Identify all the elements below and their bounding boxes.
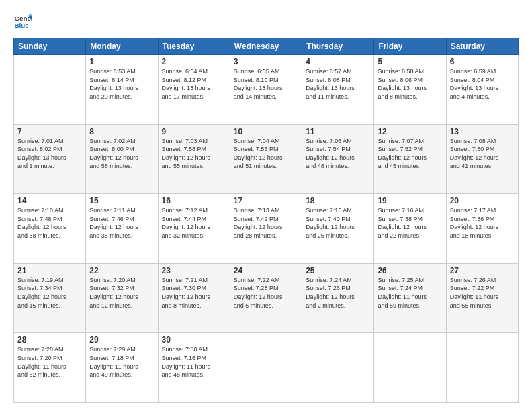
day-number: 3 bbox=[234, 57, 298, 66]
calendar-header-sunday: Sunday bbox=[14, 38, 86, 55]
day-number: 14 bbox=[17, 196, 82, 205]
calendar-cell: 17Sunrise: 7:13 AM Sunset: 7:42 PM Dayli… bbox=[230, 194, 302, 264]
day-number: 30 bbox=[162, 335, 226, 345]
day-info: Sunrise: 7:26 AM Sunset: 7:22 PM Dayligh… bbox=[450, 276, 515, 310]
day-number: 11 bbox=[306, 127, 370, 136]
calendar-cell: 14Sunrise: 7:10 AM Sunset: 7:48 PM Dayli… bbox=[14, 194, 86, 264]
calendar-header-saturday: Saturday bbox=[446, 38, 518, 55]
day-number: 22 bbox=[89, 266, 154, 275]
day-number: 23 bbox=[162, 266, 226, 275]
calendar-cell: 22Sunrise: 7:20 AM Sunset: 7:32 PM Dayli… bbox=[86, 263, 158, 333]
calendar-cell bbox=[230, 333, 302, 403]
calendar-cell: 3Sunrise: 6:55 AM Sunset: 8:10 PM Daylig… bbox=[230, 55, 302, 125]
day-info: Sunrise: 7:22 AM Sunset: 7:28 PM Dayligh… bbox=[234, 276, 298, 310]
calendar-cell: 2Sunrise: 6:54 AM Sunset: 8:12 PM Daylig… bbox=[158, 55, 230, 125]
calendar-table: SundayMondayTuesdayWednesdayThursdayFrid… bbox=[13, 38, 519, 403]
day-number: 10 bbox=[234, 127, 298, 136]
calendar-cell: 4Sunrise: 6:57 AM Sunset: 8:08 PM Daylig… bbox=[302, 55, 374, 125]
day-number: 6 bbox=[450, 57, 515, 66]
day-info: Sunrise: 6:59 AM Sunset: 8:04 PM Dayligh… bbox=[450, 67, 515, 101]
day-number: 26 bbox=[378, 266, 442, 275]
calendar-cell: 15Sunrise: 7:11 AM Sunset: 7:46 PM Dayli… bbox=[86, 194, 158, 264]
day-info: Sunrise: 7:20 AM Sunset: 7:32 PM Dayligh… bbox=[89, 276, 154, 310]
day-info: Sunrise: 7:04 AM Sunset: 7:56 PM Dayligh… bbox=[234, 137, 298, 171]
day-info: Sunrise: 6:53 AM Sunset: 8:14 PM Dayligh… bbox=[89, 67, 154, 101]
calendar-header-friday: Friday bbox=[374, 38, 446, 55]
day-number: 18 bbox=[306, 196, 370, 205]
calendar-week-5: 28Sunrise: 7:28 AM Sunset: 7:20 PM Dayli… bbox=[14, 333, 519, 403]
day-number: 1 bbox=[89, 57, 154, 66]
calendar-cell: 19Sunrise: 7:16 AM Sunset: 7:38 PM Dayli… bbox=[374, 194, 446, 264]
day-info: Sunrise: 7:10 AM Sunset: 7:48 PM Dayligh… bbox=[17, 206, 82, 240]
day-number: 2 bbox=[162, 57, 226, 66]
day-number: 24 bbox=[234, 266, 298, 275]
calendar-cell: 5Sunrise: 6:58 AM Sunset: 8:06 PM Daylig… bbox=[374, 55, 446, 125]
svg-text:Blue: Blue bbox=[14, 21, 29, 29]
day-number: 15 bbox=[89, 196, 154, 205]
day-number: 21 bbox=[17, 266, 82, 275]
day-number: 16 bbox=[162, 196, 226, 205]
calendar-week-3: 14Sunrise: 7:10 AM Sunset: 7:48 PM Dayli… bbox=[14, 194, 519, 264]
day-info: Sunrise: 7:21 AM Sunset: 7:30 PM Dayligh… bbox=[162, 276, 226, 310]
day-number: 28 bbox=[17, 335, 82, 345]
day-number: 19 bbox=[378, 196, 442, 205]
day-number: 9 bbox=[162, 127, 226, 136]
calendar-cell: 27Sunrise: 7:26 AM Sunset: 7:22 PM Dayli… bbox=[446, 263, 518, 333]
day-info: Sunrise: 7:15 AM Sunset: 7:40 PM Dayligh… bbox=[306, 206, 370, 240]
day-info: Sunrise: 7:29 AM Sunset: 7:18 PM Dayligh… bbox=[89, 345, 154, 379]
calendar-cell: 9Sunrise: 7:03 AM Sunset: 7:58 PM Daylig… bbox=[158, 124, 230, 194]
calendar-header-thursday: Thursday bbox=[302, 38, 374, 55]
day-number: 13 bbox=[450, 127, 515, 136]
logo-icon: General Blue bbox=[13, 12, 32, 31]
day-info: Sunrise: 6:58 AM Sunset: 8:06 PM Dayligh… bbox=[378, 67, 442, 101]
day-info: Sunrise: 7:13 AM Sunset: 7:42 PM Dayligh… bbox=[234, 206, 298, 240]
day-number: 17 bbox=[234, 196, 298, 205]
day-info: Sunrise: 6:55 AM Sunset: 8:10 PM Dayligh… bbox=[234, 67, 298, 101]
day-info: Sunrise: 6:54 AM Sunset: 8:12 PM Dayligh… bbox=[162, 67, 226, 101]
day-info: Sunrise: 7:08 AM Sunset: 7:50 PM Dayligh… bbox=[450, 137, 515, 171]
day-number: 4 bbox=[306, 57, 370, 66]
day-info: Sunrise: 7:12 AM Sunset: 7:44 PM Dayligh… bbox=[162, 206, 226, 240]
day-info: Sunrise: 7:19 AM Sunset: 7:34 PM Dayligh… bbox=[17, 276, 82, 310]
calendar-cell: 11Sunrise: 7:06 AM Sunset: 7:54 PM Dayli… bbox=[302, 124, 374, 194]
calendar-cell: 20Sunrise: 7:17 AM Sunset: 7:36 PM Dayli… bbox=[446, 194, 518, 264]
day-number: 27 bbox=[450, 266, 515, 275]
calendar-week-2: 7Sunrise: 7:01 AM Sunset: 8:02 PM Daylig… bbox=[14, 124, 519, 194]
day-info: Sunrise: 7:24 AM Sunset: 7:26 PM Dayligh… bbox=[306, 276, 370, 310]
calendar-cell bbox=[302, 333, 374, 403]
calendar-cell: 18Sunrise: 7:15 AM Sunset: 7:40 PM Dayli… bbox=[302, 194, 374, 264]
calendar-cell: 1Sunrise: 6:53 AM Sunset: 8:14 PM Daylig… bbox=[86, 55, 158, 125]
day-info: Sunrise: 7:17 AM Sunset: 7:36 PM Dayligh… bbox=[450, 206, 515, 240]
day-info: Sunrise: 7:02 AM Sunset: 8:00 PM Dayligh… bbox=[89, 137, 154, 171]
day-info: Sunrise: 6:57 AM Sunset: 8:08 PM Dayligh… bbox=[306, 67, 370, 101]
day-number: 7 bbox=[17, 127, 82, 136]
day-info: Sunrise: 7:16 AM Sunset: 7:38 PM Dayligh… bbox=[378, 206, 442, 240]
calendar-cell: 7Sunrise: 7:01 AM Sunset: 8:02 PM Daylig… bbox=[14, 124, 86, 194]
calendar-week-1: 1Sunrise: 6:53 AM Sunset: 8:14 PM Daylig… bbox=[14, 55, 519, 125]
day-number: 29 bbox=[89, 335, 154, 345]
calendar-cell: 30Sunrise: 7:30 AM Sunset: 7:16 PM Dayli… bbox=[158, 333, 230, 403]
calendar-cell: 21Sunrise: 7:19 AM Sunset: 7:34 PM Dayli… bbox=[14, 263, 86, 333]
calendar-cell bbox=[14, 55, 86, 125]
calendar-cell: 26Sunrise: 7:25 AM Sunset: 7:24 PM Dayli… bbox=[374, 263, 446, 333]
calendar-cell: 29Sunrise: 7:29 AM Sunset: 7:18 PM Dayli… bbox=[86, 333, 158, 403]
calendar-header-tuesday: Tuesday bbox=[158, 38, 230, 55]
day-info: Sunrise: 7:28 AM Sunset: 7:20 PM Dayligh… bbox=[17, 345, 82, 379]
calendar-cell: 16Sunrise: 7:12 AM Sunset: 7:44 PM Dayli… bbox=[158, 194, 230, 264]
day-number: 12 bbox=[378, 127, 442, 136]
day-info: Sunrise: 7:06 AM Sunset: 7:54 PM Dayligh… bbox=[306, 137, 370, 171]
calendar-cell: 24Sunrise: 7:22 AM Sunset: 7:28 PM Dayli… bbox=[230, 263, 302, 333]
calendar-cell: 28Sunrise: 7:28 AM Sunset: 7:20 PM Dayli… bbox=[14, 333, 86, 403]
calendar-cell: 8Sunrise: 7:02 AM Sunset: 8:00 PM Daylig… bbox=[86, 124, 158, 194]
calendar-header-monday: Monday bbox=[86, 38, 158, 55]
calendar-cell: 23Sunrise: 7:21 AM Sunset: 7:30 PM Dayli… bbox=[158, 263, 230, 333]
calendar-cell bbox=[446, 333, 518, 403]
calendar-cell bbox=[374, 333, 446, 403]
calendar-header-wednesday: Wednesday bbox=[230, 38, 302, 55]
calendar-cell: 10Sunrise: 7:04 AM Sunset: 7:56 PM Dayli… bbox=[230, 124, 302, 194]
day-info: Sunrise: 7:30 AM Sunset: 7:16 PM Dayligh… bbox=[162, 345, 226, 379]
calendar-cell: 13Sunrise: 7:08 AM Sunset: 7:50 PM Dayli… bbox=[446, 124, 518, 194]
calendar-week-4: 21Sunrise: 7:19 AM Sunset: 7:34 PM Dayli… bbox=[14, 263, 519, 333]
header: General Blue bbox=[13, 12, 519, 31]
day-info: Sunrise: 7:07 AM Sunset: 7:52 PM Dayligh… bbox=[378, 137, 442, 171]
